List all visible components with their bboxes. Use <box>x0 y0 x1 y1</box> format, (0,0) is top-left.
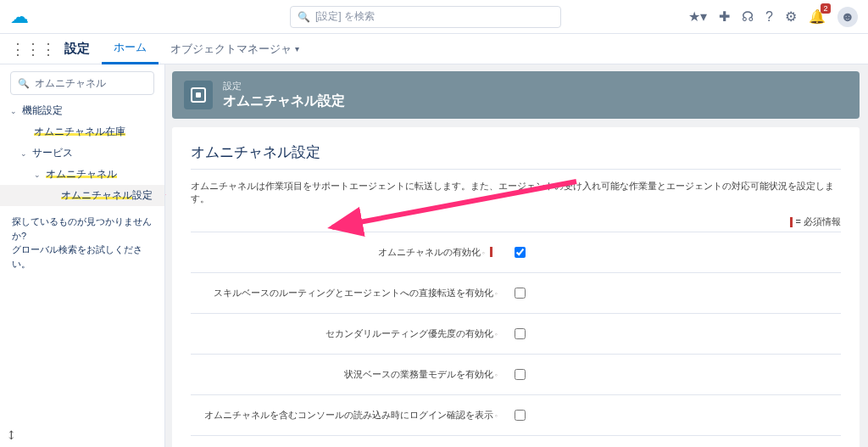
search-icon: 🔍 <box>18 78 30 89</box>
app-title: 設定 <box>64 41 90 57</box>
form-row: セカンダリルーティング優先度の有効化◦ <box>191 314 841 355</box>
tab-object-manager[interactable]: オブジェクトマネージャ▾ <box>159 34 311 64</box>
global-search[interactable]: 🔍 [設定] を検索 <box>290 6 561 28</box>
required-bar-icon <box>790 217 793 227</box>
main-content: 設定 オムニチャネル設定 オムニチャネル設定 オムニチャネルは作業項目をサポート… <box>165 64 868 447</box>
required-mark-icon <box>490 247 492 257</box>
setup-sidebar: 🔍 オムニチャネル ⌄ 機能設定 オムニチャネル在庫 ⌄ サービス ⌄ オムニチ… <box>0 64 165 447</box>
sidebar-search-value: オムニチャネル <box>35 76 106 91</box>
global-header: ☁ 🔍 [設定] を検索 ★▾ ✚ ☊ ? ⚙ 🔔 2 ☻ <box>0 0 868 34</box>
sidebar-search[interactable]: 🔍 オムニチャネル <box>10 71 154 95</box>
banner-gear-icon <box>184 81 213 109</box>
settings-form: オムニチャネルの有効化◦スキルベースのルーティングとエージェントへの直接転送を有… <box>191 232 841 447</box>
page-banner: 設定 オムニチャネル設定 <box>172 71 860 119</box>
form-checkbox[interactable] <box>515 247 526 258</box>
caret-down-icon: ⌄ <box>10 107 19 115</box>
banner-title: オムニチャネル設定 <box>223 92 345 110</box>
context-bar: ⋮⋮⋮ 設定 ホーム オブジェクトマネージャ▾ <box>0 34 868 64</box>
sync-icon[interactable]: ☊ <box>742 8 754 25</box>
help-icon[interactable]: ? <box>765 9 773 25</box>
search-icon: 🔍 <box>298 11 310 23</box>
form-label: 状況ベースの業務量モデルを有効化◦ <box>191 355 504 395</box>
notification-badge: 2 <box>821 3 831 14</box>
avatar-icon: ☻ <box>841 9 855 25</box>
tree-item-omni-inventory[interactable]: オムニチャネル在庫 <box>0 121 164 142</box>
avatar[interactable]: ☻ <box>837 7 858 27</box>
sidebar-hint: 探しているものが見つかりませんか? グローバル検索をお試しください。 <box>0 206 164 279</box>
banner-sublabel: 設定 <box>223 80 345 92</box>
form-row: オムニチャネルの有効化◦ <box>191 232 841 273</box>
notifications-icon[interactable]: 🔔 2 <box>809 8 826 25</box>
app-launcher-icon[interactable]: ⋮⋮⋮ <box>10 40 56 59</box>
form-checkbox[interactable] <box>515 328 526 339</box>
favorites-icon[interactable]: ★▾ <box>688 8 707 25</box>
chevron-down-icon: ▾ <box>295 44 299 53</box>
setup-gear-icon[interactable]: ⚙ <box>785 8 797 25</box>
section-title: オムニチャネル設定 <box>191 142 841 162</box>
form-row: スキルベースのルーティングとエージェントへの直接転送を有効化◦ <box>191 273 841 314</box>
divider <box>191 169 841 170</box>
form-row: オムニチャネルを含むコンソールの読み込み時にログイン確認を表示◦ <box>191 395 841 436</box>
form-label: オムニチャネルを含むコンソールの読み込み時にログイン確認を表示◦ <box>191 395 504 436</box>
tab-home[interactable]: ホーム <box>102 34 159 64</box>
form-label: スキルベースのルーティングとエージェントへの直接転送を有効化◦ <box>191 273 504 314</box>
add-icon[interactable]: ✚ <box>719 8 730 25</box>
required-note: = 必須情報 <box>191 215 841 228</box>
header-actions: ★▾ ✚ ☊ ? ⚙ 🔔 2 ☻ <box>688 7 858 27</box>
tree-item-omni[interactable]: ⌄ オムニチャネル <box>0 164 164 185</box>
tree-root-features[interactable]: ⌄ 機能設定 <box>0 100 164 121</box>
salesforce-logo: ☁ <box>10 6 29 28</box>
tree-item-omni-settings[interactable]: オムニチャネル設定 <box>0 185 164 206</box>
caret-down-icon: ⌄ <box>34 170 42 179</box>
form-checkbox[interactable] <box>515 410 526 421</box>
form-checkbox[interactable] <box>515 288 526 299</box>
caret-down-icon: ⌄ <box>20 149 29 158</box>
tree-item-service[interactable]: ⌄ サービス <box>0 142 164 164</box>
form-checkbox[interactable] <box>515 369 526 380</box>
intro-text: オムニチャネルは作業項目をサポートエージェントに転送します。また、エージェントの… <box>191 180 841 205</box>
form-label: オムニチャネルの有効化◦ <box>191 232 504 273</box>
form-label: セカンダリルーティング優先度の有効化◦ <box>191 314 504 355</box>
form-row: 状況ベースの業務量モデルを有効化◦ <box>191 355 841 395</box>
settings-card: オムニチャネル設定 オムニチャネルは作業項目をサポートエージェントに転送します。… <box>172 127 860 447</box>
global-search-placeholder: [設定] を検索 <box>315 9 375 24</box>
